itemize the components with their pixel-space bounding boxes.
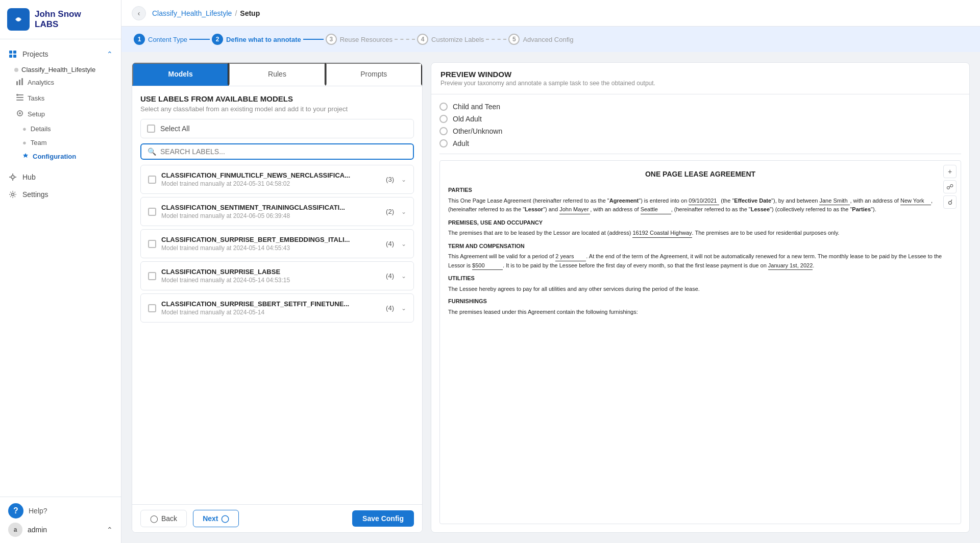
tab-prompts[interactable]: Prompts [326,63,422,86]
radio-label-3: Adult [453,139,469,147]
radio-label-1: Old Adult [453,115,482,123]
step-1-num: 1 [134,34,145,45]
project-name[interactable]: Classify_Health_Lifestyle [0,63,121,75]
model-item-3[interactable]: CLASSIFICATION_SURPRISE_LABSE Model trai… [140,261,414,290]
radio-other-unknown[interactable]: Other/Unknown [439,127,961,135]
radio-circle-1 [439,115,448,123]
model-name-2: CLASSIFICATION_SURPRISE_BERT_EMBEDDINGS_… [161,236,381,243]
projects-label: Projects [22,50,48,58]
save-button[interactable]: Save Config [352,510,414,527]
breadcrumb-project[interactable]: Classify_Health_Lifestyle [152,9,232,17]
doc-section-3: UTILITIES [448,274,952,283]
back-button[interactable]: ◯ Back [140,510,187,527]
step-4[interactable]: 4 Customize Labels [417,34,484,45]
zoom-controls: + ☍ ☌ [943,165,957,209]
next-icon: ◯ [221,514,229,523]
model-checkbox-4[interactable] [148,304,156,312]
help-icon: ? [8,503,23,519]
select-all-label: Select All [160,125,190,133]
radio-child-teen[interactable]: Child and Teen [439,103,961,111]
document-preview: + ☍ ☌ ONE PAGE LEASE AGREEMENT PARTIES T… [439,160,961,524]
step-3[interactable]: 3 Reuse Resources [326,34,393,45]
step-connector-2 [303,39,324,40]
expand-icon-0[interactable]: ⌄ [401,176,406,183]
model-item-4[interactable]: CLASSIFICATION_SURPRISE_SBERT_SETFIT_FIN… [140,293,414,323]
sidebar-bottom: ? Help? a admin ⌃ [0,497,121,543]
model-checkbox-2[interactable] [148,240,156,248]
sidebar-item-settings[interactable]: Settings [0,186,121,203]
sidebar-item-configuration[interactable]: Configuration [0,150,121,163]
zoom-fit-button[interactable]: ☍ [943,180,957,193]
radio-old-adult[interactable]: Old Adult [439,115,961,123]
model-date-4: Model trained manually at 2024-05-14 [161,309,381,316]
setup-label: Setup [28,110,45,118]
sidebar-item-setup[interactable]: Setup [0,106,121,122]
model-info-3: CLASSIFICATION_SURPRISE_LABSE Model trai… [161,268,381,284]
svg-rect-5 [13,55,16,58]
model-item-1[interactable]: CLASSIFICATION_SENTIMENT_TRAININGCLASSIF… [140,197,414,226]
expand-icon-1[interactable]: ⌄ [401,208,406,215]
avatar: a [8,523,22,537]
step-5[interactable]: 5 Advanced Config [508,34,573,45]
config-label: Configuration [33,153,76,160]
radio-adult[interactable]: Adult [439,139,961,147]
sidebar-item-hub[interactable]: Hub [0,168,121,186]
sidebar-item-details[interactable]: ● Details [0,122,121,136]
sidebar-item-tasks[interactable]: Tasks [0,90,121,106]
expand-icon-2[interactable]: ⌄ [401,240,406,248]
step-1-label: Content Type [148,36,187,43]
model-item-0[interactable]: CLASSIFICATION_FINMULTICLF_NEWS_NERCLASS… [140,165,414,194]
tab-rules[interactable]: Rules [229,63,325,86]
sidebar-item-analytics[interactable]: Analytics [0,75,121,90]
svg-point-20 [12,193,14,196]
select-all-checkbox[interactable] [147,125,155,133]
expand-icon-3[interactable]: ⌄ [401,273,406,280]
model-info-4: CLASSIFICATION_SURPRISE_SBERT_SETFIT_FIN… [161,300,381,316]
admin-name: admin [28,526,47,534]
model-checkbox-1[interactable] [148,208,156,216]
sidebar-item-projects[interactable]: Projects ⌃ [0,45,121,63]
expand-icon-4[interactable]: ⌄ [401,305,406,312]
projects-chevron-icon: ⌃ [107,50,113,58]
details-label: Details [31,125,51,133]
step-2[interactable]: 2 Define what to annotate [212,34,301,45]
svg-rect-3 [13,51,16,54]
collapse-sidebar-button[interactable]: ‹ [132,6,146,20]
model-name-1: CLASSIFICATION_SENTIMENT_TRAININGCLASSIF… [161,204,381,211]
step-1[interactable]: 1 Content Type [134,34,187,45]
tab-models[interactable]: Models [132,63,229,86]
doc-text-3: The Lessee hereby agrees to pay for all … [448,285,952,293]
step-2-label: Define what to annotate [226,36,301,43]
model-item-2[interactable]: CLASSIFICATION_SURPRISE_BERT_EMBEDDINGS_… [140,229,414,258]
model-checkbox-0[interactable] [148,176,156,184]
help-button[interactable]: ? Help? [8,503,113,519]
sidebar-nav: Projects ⌃ Classify_Health_Lifestyle Ana… [0,39,121,497]
zoom-in-button[interactable]: + [943,165,957,178]
preview-body: Child and Teen Old Adult Other/Unknown A… [431,94,969,532]
model-info-2: CLASSIFICATION_SURPRISE_BERT_EMBEDDINGS_… [161,236,381,252]
model-name-4: CLASSIFICATION_SURPRISE_SBERT_SETFIT_FIN… [161,300,381,308]
model-count-0: (3) [386,176,394,183]
model-name-3: CLASSIFICATION_SURPRISE_LABSE [161,268,381,276]
search-input[interactable] [160,147,407,156]
breadcrumb-current: Setup [240,9,260,17]
next-button[interactable]: Next ◯ [193,510,239,527]
main-content: ‹ Classify_Health_Lifestyle / Setup 1 Co… [121,0,980,543]
tasks-icon [16,94,23,103]
zoom-out-button[interactable]: ☌ [943,195,957,209]
model-date-1: Model trained manually at 2024-06-05 06:… [161,212,381,219]
svg-rect-2 [9,51,12,54]
step-4-num: 4 [417,34,428,45]
select-all-row[interactable]: Select All [140,119,414,138]
doc-section-2: TERM AND COMPENSATION [448,242,952,251]
sidebar-item-team[interactable]: ● Team [0,136,121,150]
left-panel: Models Rules Prompts USE LABELS FROM AVA… [132,62,423,533]
section-subtitle: Select any class/label from an existing … [140,105,414,113]
logo: John Snow LABS [0,0,121,39]
hub-icon [8,172,17,182]
doc-section-1: PREMISES, USE AND OCCUPANCY [448,218,952,227]
back-icon: ◯ [150,514,158,523]
breadcrumb: Classify_Health_Lifestyle / Setup [152,9,260,17]
model-checkbox-3[interactable] [148,272,156,280]
admin-row[interactable]: a admin ⌃ [8,523,113,537]
